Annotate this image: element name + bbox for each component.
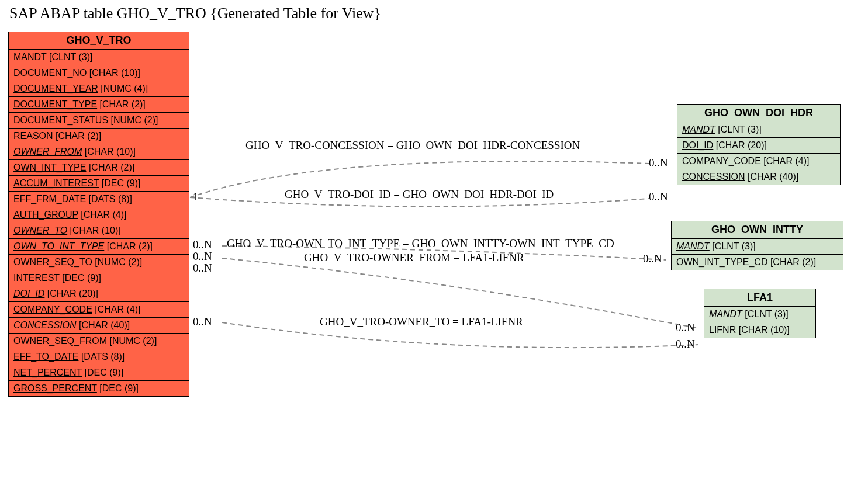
field-row: COMPANY_CODE [CHAR (4)] [677,154,840,169]
field-row: COMPANY_CODE [CHAR (4)] [9,302,189,318]
field-row: MANDT [CLNT (3)] [677,122,840,138]
cardinality-label: 0..N [193,250,212,263]
entity-header: LFA1 [704,289,815,307]
field-row: AUTH_GROUP [CHAR (4)] [9,207,189,223]
relation-label: GHO_V_TRO-OWNER_FROM = LFA1-LIFNR [304,251,524,264]
field-row: OWNER_FROM [CHAR (10)] [9,144,189,160]
entity-lfa1: LFA1 MANDT [CLNT (3)] LIFNR [CHAR (10)] [704,289,816,338]
field-row: DOI_ID [CHAR (20)] [9,286,189,302]
field-row: NET_PERCENT [DEC (9)] [9,365,189,381]
field-row: CONCESSION [CHAR (40)] [677,169,840,185]
relation-label: GHO_V_TRO-DOI_ID = GHO_OWN_DOI_HDR-DOI_I… [285,188,554,201]
field-row: OWNER_TO [CHAR (10)] [9,223,189,239]
field-row: MANDT [CLNT (3)] [672,239,843,255]
entity-header: GHO_OWN_DOI_HDR [677,105,840,122]
field-row: OWN_INT_TYPE [CHAR (2)] [9,160,189,176]
entity-gho-own-intty: GHO_OWN_INTTY MANDT [CLNT (3)] OWN_INT_T… [671,221,843,270]
field-row: OWN_INT_TYPE_CD [CHAR (2)] [672,255,843,270]
field-row: DOCUMENT_YEAR [NUMC (4)] [9,81,189,97]
field-row: DOCUMENT_STATUS [NUMC (2)] [9,113,189,129]
cardinality-label: 1 [193,190,199,203]
cardinality-label: 0..N [193,238,212,251]
field-row: CONCESSION [CHAR (40)] [9,318,189,334]
relation-label: GHO_V_TRO-OWNER_TO = LFA1-LIFNR [320,315,523,328]
cardinality-label: 0..N [676,338,695,350]
cardinality-label: 0..N [649,157,668,169]
field-row: LIFNR [CHAR (10)] [704,322,815,338]
field-row: EFF_FRM_DATE [DATS (8)] [9,192,189,207]
field-row: DOCUMENT_NO [CHAR (10)] [9,65,189,81]
cardinality-label: 0..N [649,190,668,203]
field-row: MANDT [CLNT (3)] [704,307,815,322]
cardinality-label: 0..N [193,262,212,275]
entity-gho-own-doi-hdr: GHO_OWN_DOI_HDR MANDT [CLNT (3)] DOI_ID … [677,104,841,185]
field-row: REASON [CHAR (2)] [9,129,189,144]
relation-label: GHO_V_TRO-CONCESSION = GHO_OWN_DOI_HDR-C… [245,139,580,152]
entity-header: GHO_OWN_INTTY [672,221,843,239]
field-row: OWNER_SEQ_TO [NUMC (2)] [9,255,189,270]
field-row: DOI_ID [CHAR (20)] [677,138,840,154]
field-row: EFF_TO_DATE [DATS (8)] [9,349,189,365]
cardinality-label: 0..N [643,252,662,265]
entity-gho-v-tro: GHO_V_TRO MANDT [CLNT (3)] DOCUMENT_NO [… [8,32,189,397]
field-row: OWN_TO_INT_TYPE [CHAR (2)] [9,239,189,255]
field-row: GROSS_PERCENT [DEC (9)] [9,381,189,396]
entity-header: GHO_V_TRO [9,32,189,50]
field-row: DOCUMENT_TYPE [CHAR (2)] [9,97,189,113]
field-row: ACCUM_INTEREST [DEC (9)] [9,176,189,192]
field-row: MANDT [CLNT (3)] [9,50,189,65]
cardinality-label: 0..N [676,321,695,334]
page-title: SAP ABAP table GHO_V_TRO {Generated Tabl… [9,5,381,22]
field-row: OWNER_SEQ_FROM [NUMC (2)] [9,334,189,349]
field-row: INTEREST [DEC (9)] [9,270,189,286]
relation-label: GHO_V_TRO-OWN_TO_INT_TYPE = GHO_OWN_INTT… [227,237,614,250]
cardinality-label: 0..N [193,315,212,328]
